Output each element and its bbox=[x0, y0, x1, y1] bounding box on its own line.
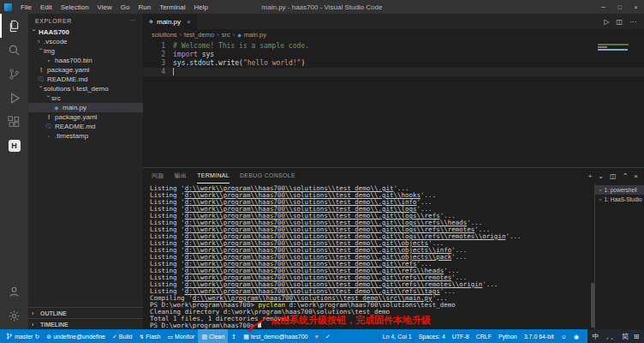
menu-file[interactable]: File bbox=[16, 3, 36, 11]
tree-item-main-py[interactable]: ◆main.py bbox=[28, 103, 143, 112]
menu-edit[interactable]: Edit bbox=[36, 3, 57, 11]
more-actions-icon[interactable]: ⋯ bbox=[129, 17, 136, 24]
more-actions-icon[interactable]: ⋯ bbox=[629, 18, 636, 26]
tree-item-package-yaml[interactable]: !package.yaml bbox=[28, 65, 143, 75]
status-indentation[interactable]: Spaces: 4 bbox=[415, 329, 449, 343]
close-panel-icon[interactable]: × bbox=[634, 172, 638, 180]
menu-help[interactable]: Help bbox=[189, 3, 212, 11]
tree-item-haas700-bin[interactable]: ▪haas700.bin bbox=[28, 56, 143, 65]
sidebar-bottom-sections: › OUTLINE › TIMELINE bbox=[28, 307, 143, 329]
activity-explorer-icon[interactable] bbox=[0, 14, 28, 38]
breadcrumb-item-src[interactable]: src bbox=[222, 31, 230, 39]
maximize-panel-icon[interactable]: ⌃ bbox=[623, 172, 629, 180]
yaml-file-icon: ! bbox=[38, 67, 45, 73]
terminal-scrollbar[interactable] bbox=[590, 184, 594, 329]
panel-tab-item[interactable]: 问题 bbox=[152, 168, 164, 184]
activity-source-control-icon[interactable] bbox=[0, 62, 28, 86]
bottom-panel: 问题输出TERMINALDEBUG CONSOLE +⌄◫⌃× Listing … bbox=[143, 167, 644, 329]
new-terminal-icon[interactable]: + bbox=[588, 172, 593, 180]
menu-view[interactable]: View bbox=[93, 3, 116, 11]
activity-haas-studio-icon[interactable]: H bbox=[0, 134, 28, 158]
activity-bar-top: H bbox=[0, 14, 28, 158]
ime-simplified-button[interactable]: 简 bbox=[622, 332, 629, 341]
run-file-icon[interactable]: ▷ bbox=[604, 18, 609, 26]
tree-item-timestamp[interactable]: ▫.timestamp bbox=[28, 131, 143, 141]
status-check-button[interactable]: ✓ bbox=[322, 329, 334, 343]
breadcrumb-item-solutions[interactable]: solutions bbox=[152, 31, 177, 39]
status-flash-button[interactable]: ↯Flash bbox=[135, 329, 164, 343]
status-item-label: Flash bbox=[146, 334, 160, 340]
status-item-label: Monitor bbox=[175, 334, 194, 340]
status-build-button[interactable]: ✓Build bbox=[109, 329, 135, 343]
select-terminal-icon[interactable]: ⌄ bbox=[598, 172, 604, 180]
status-system-upgrade-button[interactable]: ↥ bbox=[228, 329, 240, 343]
activity-account-icon[interactable] bbox=[0, 280, 28, 304]
close-button[interactable]: × bbox=[628, 4, 644, 10]
editor-tab-main-py[interactable]: ◆ main.py × bbox=[143, 14, 197, 29]
panel-tab-debug-console[interactable]: DEBUG CONSOLE bbox=[240, 168, 295, 184]
activity-search-icon[interactable] bbox=[0, 38, 28, 62]
breadcrumb-item-main-py[interactable]: main.py bbox=[244, 31, 266, 39]
code-line: 4 bbox=[143, 68, 644, 76]
tree-item-readme-md[interactable]: ⓘREADME.md bbox=[28, 75, 143, 84]
tree-item-label: solutions \ test_demo bbox=[44, 85, 109, 93]
menu-terminal[interactable]: Terminal bbox=[155, 3, 189, 11]
status-clean-button[interactable]: ▧Clean bbox=[198, 329, 228, 343]
status-end-of-line[interactable]: CRLF bbox=[473, 329, 495, 343]
tree-item-readme-md[interactable]: ⓘREADME.md bbox=[28, 122, 143, 131]
activity-settings-icon[interactable] bbox=[0, 304, 28, 328]
menu-go[interactable]: Go bbox=[116, 3, 134, 11]
tree-root-haas700[interactable]: › HAAS700 bbox=[28, 27, 143, 37]
panel-tab-terminal[interactable]: TERMINAL bbox=[197, 168, 230, 184]
tree-item-vscode[interactable]: ›.vscode bbox=[28, 37, 143, 46]
terminal-session-1-powershell[interactable]: >1: powershell bbox=[595, 185, 644, 195]
terminal-session-1-haas-studio[interactable]: >1: HaaS-Studio bbox=[595, 195, 644, 204]
timeline-section[interactable]: › TIMELINE bbox=[28, 318, 143, 329]
check-icon: ✓ bbox=[112, 334, 117, 340]
chevron-down-icon: › bbox=[45, 95, 51, 101]
status-cursor-position[interactable]: Ln 4, Col 1 bbox=[379, 329, 415, 343]
minimap[interactable] bbox=[598, 44, 632, 54]
activity-extensions-icon[interactable] bbox=[0, 110, 28, 134]
ime-punctuation-button[interactable]: ，。 bbox=[604, 332, 617, 341]
menu-selection[interactable]: Selection bbox=[57, 3, 93, 11]
ime-more-button[interactable]: ⊞ bbox=[634, 333, 640, 340]
code-text bbox=[173, 68, 174, 76]
status-monitor-button[interactable]: ▭Monitor bbox=[164, 329, 198, 343]
scrollbar-thumb[interactable] bbox=[591, 283, 594, 328]
breadcrumb-item-test-demo[interactable]: test_demo bbox=[184, 31, 214, 39]
status-language-mode[interactable]: Python bbox=[495, 329, 521, 343]
code-editor[interactable]: 1# Welcome! This is a sample code.2impor… bbox=[143, 40, 644, 167]
sync-icon: ↻ bbox=[34, 334, 39, 340]
minimize-button[interactable]: ─ bbox=[595, 4, 611, 10]
menu-run[interactable]: Run bbox=[134, 3, 155, 11]
line-number: 3 bbox=[143, 59, 173, 68]
ime-input-mode-button[interactable]: 中 bbox=[592, 332, 599, 341]
status-encoding[interactable]: UTF-8 bbox=[449, 329, 473, 343]
status-feedback[interactable]: ☺ bbox=[558, 329, 570, 343]
panel-tab-item[interactable]: 输出 bbox=[175, 168, 188, 184]
tree-item-solutions-test-demo[interactable]: ›solutions \ test_demo bbox=[28, 84, 143, 93]
outline-section[interactable]: › OUTLINE bbox=[28, 307, 143, 318]
maximize-button[interactable]: □ bbox=[611, 4, 628, 10]
activity-run-debug-icon[interactable] bbox=[0, 86, 28, 110]
close-tab-icon[interactable]: × bbox=[187, 18, 191, 26]
terminal-output[interactable]: Listing 'd:\\work\\program\\haas700\\sol… bbox=[143, 184, 590, 329]
status-project-target[interactable]: ▦test_demo@haas700 bbox=[240, 329, 311, 343]
split-terminal-icon[interactable]: ◫ bbox=[610, 172, 617, 180]
status-python-interpreter[interactable]: 3.7.0 64-bit bbox=[521, 329, 558, 343]
status-notifications[interactable]: ◉ bbox=[570, 329, 582, 343]
status-heart-button[interactable]: ♥ bbox=[311, 329, 321, 343]
line-number: 1 bbox=[143, 42, 173, 51]
monitor-icon: ▭ bbox=[167, 334, 173, 340]
status-account-status[interactable]: ⊘undefine@undefine bbox=[43, 329, 109, 343]
status-git-branch[interactable]: master↻ bbox=[3, 329, 43, 343]
breadcrumb: solutions›test_demo›src›◆main.py bbox=[143, 29, 644, 40]
tree-item-img[interactable]: ›img bbox=[28, 46, 143, 56]
yaml-file-icon: ! bbox=[45, 114, 52, 120]
tree-root-label: HAAS700 bbox=[39, 28, 69, 36]
split-editor-icon[interactable]: ◫ bbox=[616, 18, 623, 26]
tree-item-package-yaml[interactable]: !package.yaml bbox=[28, 112, 143, 122]
minimap-line bbox=[598, 51, 632, 53]
tree-item-src[interactable]: ›src bbox=[28, 93, 143, 103]
